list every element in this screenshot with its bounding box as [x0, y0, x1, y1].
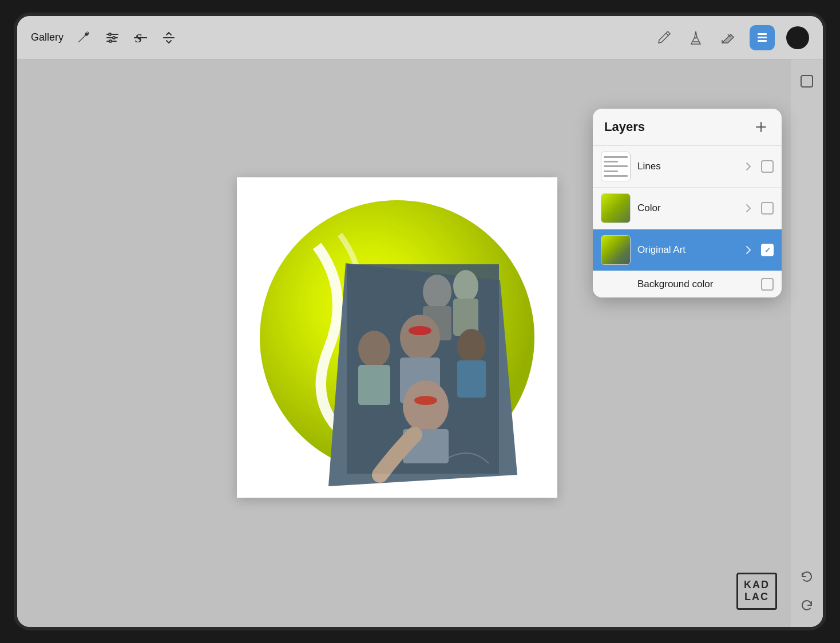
layer-name-color: Color [637, 203, 736, 214]
canvas-area: Layers [17, 59, 823, 627]
layer-chevron-original-art[interactable] [743, 244, 754, 256]
artwork-canvas [237, 177, 557, 498]
gallery-button[interactable]: Gallery [31, 31, 64, 43]
fill-pen-icon[interactable] [718, 27, 738, 48]
layer-item-color[interactable]: Color [593, 187, 782, 229]
add-layer-button[interactable] [752, 118, 770, 136]
layers-button[interactable] [750, 25, 775, 50]
layer-name-lines: Lines [637, 161, 736, 172]
ipad-frame: Gallery S [14, 13, 826, 630]
adjustments-icon[interactable] [102, 29, 121, 47]
tennis-ball-svg [237, 177, 557, 498]
svg-rect-2 [758, 33, 767, 35]
undo-icon[interactable] [797, 566, 817, 587]
layers-panel-title: Layers [604, 120, 645, 134]
layer-thumbnail-lines [601, 152, 631, 181]
layer-checkbox-original-art[interactable]: ✓ [761, 244, 774, 256]
layers-panel: Layers [593, 109, 782, 297]
stroke-style-icon[interactable]: S [131, 29, 149, 47]
svg-rect-4 [758, 40, 767, 42]
layer-item-background-color[interactable]: Background color [593, 271, 782, 297]
layer-thumbnail-original-art [601, 235, 631, 265]
layer-thumbnail-color [601, 193, 631, 223]
checkmark-original-art: ✓ [764, 246, 771, 255]
top-bar: Gallery S [17, 16, 823, 59]
layers-header: Layers [593, 109, 782, 145]
sidebar-bottom [797, 566, 817, 616]
layer-checkbox-background-color[interactable] [761, 278, 774, 291]
redo-icon[interactable] [797, 595, 817, 616]
svg-rect-23 [347, 264, 499, 474]
wrench-icon[interactable] [74, 29, 92, 47]
color-swatch[interactable] [786, 26, 809, 49]
svg-rect-26 [801, 76, 813, 87]
kadlac-logo: KAD LAC [736, 573, 777, 610]
layer-chevron-lines[interactable] [743, 161, 754, 172]
kadlac-line2: LAC [744, 591, 770, 604]
layer-item-original-art[interactable]: Original Art ✓ [593, 229, 782, 271]
draw-pen-icon[interactable] [653, 27, 674, 48]
layer-name-original-art: Original Art [637, 244, 736, 256]
layer-name-background-color: Background color [601, 279, 754, 290]
kadlac-line1: KAD [744, 579, 770, 592]
right-sidebar [791, 59, 823, 627]
sidebar-square-icon[interactable] [797, 71, 817, 92]
layer-item-lines[interactable]: Lines [593, 145, 782, 187]
svg-rect-3 [758, 37, 767, 38]
layer-chevron-color[interactable] [743, 203, 754, 214]
ink-pen-icon[interactable] [686, 27, 706, 48]
top-bar-right [653, 25, 809, 50]
transform-icon[interactable] [160, 29, 178, 47]
layer-checkbox-color[interactable] [761, 202, 774, 215]
top-bar-left: Gallery S [31, 29, 178, 47]
layer-checkbox-lines[interactable] [761, 160, 774, 173]
